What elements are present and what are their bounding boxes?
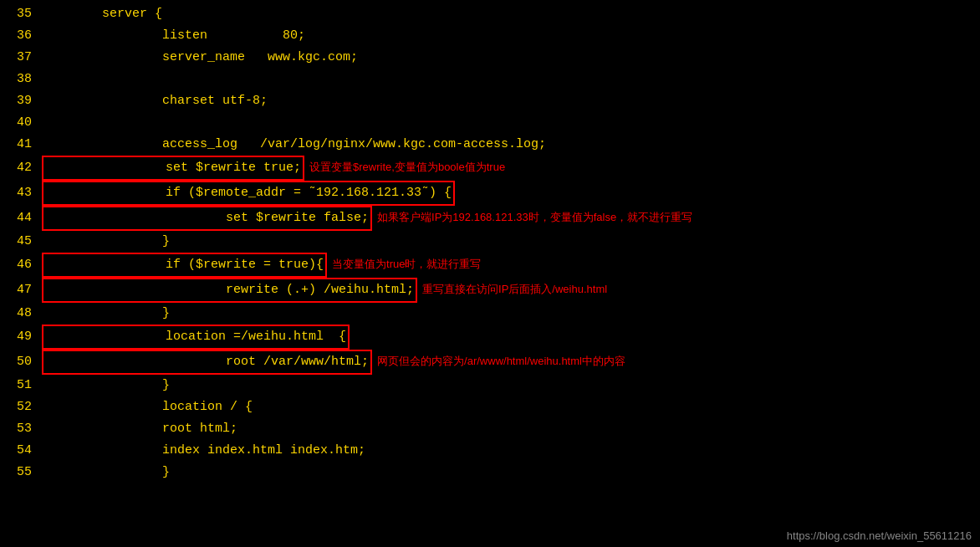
line-number: 39: [0, 90, 42, 112]
line-number: 49: [0, 326, 42, 348]
line-number: 40: [0, 112, 42, 134]
code-line: 45 }: [0, 231, 980, 253]
line-number: 51: [0, 375, 42, 396]
line-number: 54: [0, 440, 42, 462]
plain-code: location / {: [42, 396, 253, 418]
code-line: 55 }: [0, 462, 980, 483]
line-number: 37: [0, 47, 42, 69]
line-code: }: [42, 462, 980, 483]
watermark: https://blog.csdn.net/weixin_55611216: [787, 529, 972, 542]
plain-code: }: [42, 375, 170, 396]
code-line: 49 location =/weihu.html {: [0, 325, 980, 350]
highlighted-code: location =/weihu.html {: [42, 325, 350, 350]
line-code: if ($rewrite = true){当变量值为true时，就进行重写: [42, 253, 980, 278]
line-code: }: [42, 303, 980, 325]
plain-code: index index.html index.htm;: [42, 440, 365, 462]
code-line: 39 charset utf-8;: [0, 90, 980, 112]
line-number: 35: [0, 3, 42, 25]
line-code: set $rewrite false;如果客户端IP为192.168.121.3…: [42, 206, 980, 231]
line-code: }: [42, 375, 980, 396]
code-line: 35 server {: [0, 3, 980, 25]
code-line: 54 index index.html index.htm;: [0, 440, 980, 462]
plain-code: }: [42, 231, 170, 253]
code-line: 53 root html;: [0, 418, 980, 440]
line-code: access_log /var/log/nginx/www.kgc.com-ac…: [42, 134, 980, 156]
code-line: 44 set $rewrite false;如果客户端IP为192.168.12…: [0, 206, 980, 231]
highlighted-code: set $rewrite true;: [42, 156, 304, 181]
line-code: server_name www.kgc.com;: [42, 47, 980, 69]
plain-code: root html;: [42, 418, 237, 440]
line-number: 53: [0, 418, 42, 440]
line-number: 47: [0, 279, 42, 301]
line-code: rewrite (.+) /weihu.html;重写直接在访问IP后面插入/w…: [42, 278, 980, 303]
line-number: 42: [0, 157, 42, 179]
line-number: 36: [0, 25, 42, 47]
line-code: index index.html index.htm;: [42, 440, 980, 462]
code-line: 40: [0, 112, 980, 134]
line-code: location / {: [42, 396, 980, 418]
line-code: set $rewrite true;设置变量$rewrite,变量值为boole…: [42, 156, 980, 181]
line-code: if ($remote_addr = ˜192.168.121.33˜) {: [42, 181, 980, 206]
line-code: root html;: [42, 418, 980, 440]
code-annotation: 设置变量$rewrite,变量值为boole值为true: [309, 156, 505, 178]
code-annotation: 当变量值为true时，就进行重写: [332, 253, 481, 275]
code-line: 43 if ($remote_addr = ˜192.168.121.33˜) …: [0, 181, 980, 206]
plain-code: server {: [42, 3, 162, 25]
code-line: 51 }: [0, 375, 980, 396]
code-line: 48 }: [0, 303, 980, 325]
line-code: listen 80;: [42, 25, 980, 47]
highlighted-code: root /var/www/html;: [42, 350, 372, 375]
code-line: 42 set $rewrite true;设置变量$rewrite,变量值为bo…: [0, 156, 980, 181]
line-code: charset utf-8;: [42, 90, 980, 112]
code-line: 47 rewrite (.+) /weihu.html;重写直接在访问IP后面插…: [0, 278, 980, 303]
plain-code: }: [42, 303, 170, 325]
line-code: }: [42, 231, 980, 253]
line-number: 45: [0, 231, 42, 253]
line-number: 44: [0, 207, 42, 229]
code-annotation: 如果客户端IP为192.168.121.33时，变量值为false，就不进行重写: [377, 207, 692, 228]
code-annotation: 网页但会的内容为/ar/www/html/weihu.html中的内容: [377, 350, 625, 372]
highlighted-code: rewrite (.+) /weihu.html;: [42, 278, 417, 303]
line-code: server {: [42, 3, 980, 25]
code-editor: 35 server {36 listen 80;37 server_name w…: [0, 0, 980, 547]
code-line: 50 root /var/www/html;网页但会的内容为/ar/www/ht…: [0, 350, 980, 375]
plain-code: }: [42, 462, 170, 483]
line-number: 48: [0, 303, 42, 325]
line-number: 41: [0, 134, 42, 156]
line-number: 52: [0, 396, 42, 418]
highlighted-code: if ($remote_addr = ˜192.168.121.33˜) {: [42, 181, 455, 206]
code-line: 36 listen 80;: [0, 25, 980, 47]
code-line: 38: [0, 69, 980, 90]
highlighted-code: set $rewrite false;: [42, 206, 372, 231]
code-annotation: 重写直接在访问IP后面插入/weihu.html: [422, 279, 607, 300]
line-code: root /var/www/html;网页但会的内容为/ar/www/html/…: [42, 350, 980, 375]
line-number: 55: [0, 462, 42, 483]
line-number: 38: [0, 69, 42, 90]
plain-code: access_log /var/log/nginx/www.kgc.com-ac…: [42, 134, 546, 156]
code-line: 37 server_name www.kgc.com;: [0, 47, 980, 69]
line-number: 46: [0, 254, 42, 276]
line-number: 50: [0, 351, 42, 373]
line-number: 43: [0, 182, 42, 204]
line-code: location =/weihu.html {: [42, 325, 980, 350]
highlighted-code: if ($rewrite = true){: [42, 253, 327, 278]
plain-code: charset utf-8;: [42, 90, 268, 112]
code-line: 52 location / {: [0, 396, 980, 418]
plain-code: server_name www.kgc.com;: [42, 47, 358, 69]
code-line: 46 if ($rewrite = true){当变量值为true时，就进行重写: [0, 253, 980, 278]
plain-code: listen 80;: [42, 25, 305, 47]
code-line: 41 access_log /var/log/nginx/www.kgc.com…: [0, 134, 980, 156]
